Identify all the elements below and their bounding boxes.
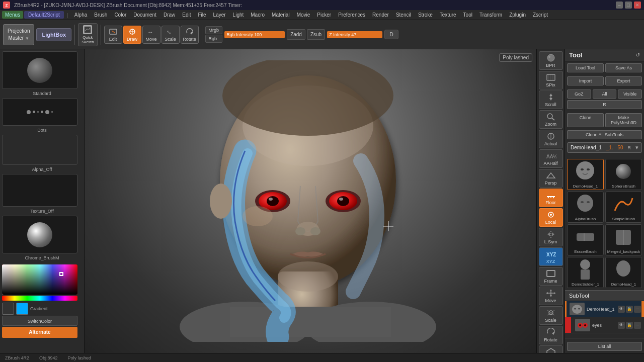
subtool-eye-eye-button[interactable]: 👁 [618,322,625,329]
local-button[interactable]: Local [539,208,563,227]
import-button[interactable]: Import [567,76,604,85]
subtool-eye-button[interactable]: 👁 [618,306,625,313]
menu-draw[interactable]: Draw [160,11,178,19]
tool-refresh-icon[interactable]: ↺ [635,52,640,58]
all-button[interactable]: All [593,89,617,99]
menu-preferences[interactable]: Preferences [335,11,368,19]
scroll-button[interactable]: Scroll [539,90,563,109]
menu-material[interactable]: Material [269,11,293,19]
rotate-button[interactable]: Rotate [181,26,199,44]
save-as-button[interactable]: Save As [605,63,642,72]
close-button[interactable]: ✕ [634,2,641,9]
color-gradient-area[interactable] [2,264,77,295]
visible-button[interactable]: Visible [618,89,642,99]
menu-layer[interactable]: Layer [210,11,229,19]
subtool-item-eyes[interactable]: eyes 👁 🔒 ⋯ [565,317,644,333]
menu-color[interactable]: Color [111,11,129,19]
frame-button[interactable]: Frame [539,267,563,286]
clone-button[interactable]: Clone [567,113,604,127]
goz-button[interactable]: GoZ [567,89,591,99]
menu-zplugin[interactable]: Zplugin [506,11,529,19]
xyz-button[interactable]: XYZ XYZ [539,247,563,266]
subtool-lock-button[interactable]: 🔒 [626,306,633,313]
spix-button[interactable]: SPix [539,71,563,89]
clone-all-button[interactable]: Clone All SubTools [567,130,642,139]
menu-macro[interactable]: Macro [248,11,268,19]
subtool-eye-more-button[interactable]: ⋯ [634,322,641,329]
secondary-color-swatch[interactable] [16,303,28,315]
zadd-button[interactable]: Zadd [287,29,305,40]
menu-transform[interactable]: Transform [476,11,505,19]
mrgb-button[interactable]: Mrgb [205,26,223,34]
menu-zscript[interactable]: Zscript [530,11,551,19]
r-button[interactable]: R [567,100,642,109]
tool-cell-demohead2[interactable]: AlphaBrush [567,192,604,223]
menu-brush[interactable]: Brush [91,11,110,19]
zoom-button[interactable]: Zoom [539,110,563,129]
tool-cell-demosoldier[interactable]: DemoSoldier_1 [567,257,604,288]
menu-file[interactable]: File [195,11,209,19]
rgb-button[interactable]: Rgb [205,35,223,43]
menu-render[interactable]: Render [369,11,392,19]
maximize-button[interactable]: □ [625,2,632,9]
menu-texture[interactable]: Texture [437,11,459,19]
load-tool-button[interactable]: Load Tool [567,63,604,72]
tool-cell-backpack[interactable]: Merged_backpack [605,224,642,255]
menu-edit[interactable]: Edit [179,11,194,19]
floor-button[interactable]: Floor [539,189,563,207]
tool-cell-eraserbrush[interactable]: EraserBrush [567,224,604,255]
scale-rt-button[interactable]: Scale [539,306,563,325]
brush-preview[interactable] [2,51,77,89]
menu-stroke[interactable]: Stroke [415,11,436,19]
menu-document[interactable]: Document [130,11,159,19]
minimize-button[interactable]: – [616,2,623,9]
d-button[interactable]: D [384,30,398,39]
bpr-button[interactable]: BPR [539,51,563,70]
scale-button[interactable]: ⤡ Scale [162,26,180,44]
menu-stencil[interactable]: Stencil [393,11,414,19]
quick-sketch-button[interactable]: Quick Sketch [78,23,97,46]
export-button[interactable]: Export [605,76,642,85]
menus-button[interactable]: Menus [2,11,23,19]
move-rt-button[interactable]: Move [539,287,563,305]
tool-cell-demohead[interactable]: DemoHead_1 [567,159,604,190]
move-button[interactable]: ↔ Move [142,26,160,44]
demo-selector[interactable]: DemoHead_1 _1. 50 R ▾ [567,142,642,153]
lightbox-button[interactable]: LightBox [36,28,71,41]
tool-cell-demohead3[interactable]: DemoHead_1 [605,257,642,288]
rgb-intensity-bar[interactable]: Rgb Intensity 100 [224,31,285,38]
alpha-preview[interactable] [2,135,77,165]
tool-cell-simplebrush[interactable]: SimpleBrush [605,192,642,223]
polyf-button[interactable]: PolyF [539,345,563,353]
tool-cell-spherebrush[interactable]: SphereBrush [605,159,642,190]
material-preview[interactable] [2,216,77,253]
menu-movie[interactable]: Movie [294,11,313,19]
subtool-item-demohead[interactable]: DemoHead_1 👁 🔒 ⋯ [565,301,644,317]
make-polymesh-button[interactable]: Make PolyMesh3D [605,113,642,127]
zsub-button[interactable]: Zsub [307,29,325,40]
subtool-eye-lock-button[interactable]: 🔒 [626,322,633,329]
primary-color-swatch[interactable] [2,303,14,315]
lsym-button[interactable]: L.Sym [539,228,563,246]
hue-bar[interactable] [2,296,77,301]
menu-picker[interactable]: Picker [314,11,334,19]
list-all-button[interactable]: List all [567,342,642,351]
actual-button[interactable]: Actual [539,130,563,148]
rotate-rt-button[interactable]: Rotate [539,326,563,344]
projection-master-button[interactable]: Projection Master ▼ [3,24,34,45]
dots-preview[interactable] [2,98,77,126]
menu-tool[interactable]: Tool [460,11,475,19]
draw-button[interactable]: Draw [123,26,141,44]
menu-alpha[interactable]: Alpha [71,11,91,19]
texture-preview[interactable] [2,174,77,207]
default2script-button[interactable]: Default2Script [24,11,64,19]
switchcolor-button[interactable]: SwitchColor [2,316,77,326]
canvas-area[interactable]: Poly lashed [85,49,536,353]
z-intensity-bar[interactable]: Z Intensity 47 [327,31,382,38]
subtool-more-button[interactable]: ⋯ [634,306,641,313]
persp-button[interactable]: Persp [539,169,563,188]
menu-light[interactable]: Light [230,11,247,19]
edit-button[interactable]: Edit [104,26,122,44]
aahalf-button[interactable]: AA½ AAHalf [539,149,563,168]
alternate-button[interactable]: Alternate [2,327,77,338]
